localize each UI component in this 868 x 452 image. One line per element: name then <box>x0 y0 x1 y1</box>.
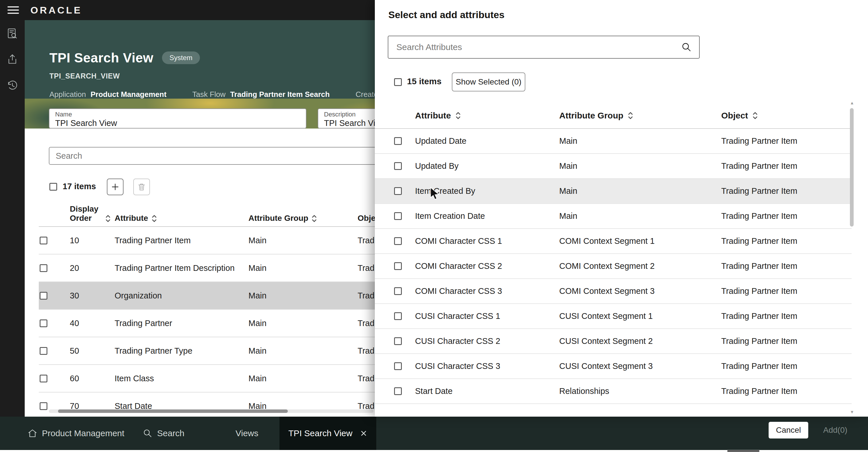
taskbar-item-label: Product Management <box>42 428 124 438</box>
cell-attribute-group: Main <box>248 374 358 383</box>
scroll-down-icon[interactable]: ▼ <box>850 410 854 414</box>
sort-icon[interactable] <box>311 214 317 223</box>
active-tab-tpi-search-view[interactable]: TPI Search View <box>279 417 376 450</box>
row-checkbox[interactable] <box>394 387 402 395</box>
cell-object: Trading Partner Item <box>721 286 847 296</box>
cell-attribute: Trading Partner Item Description <box>115 263 248 273</box>
hamburger-menu-icon[interactable] <box>7 5 19 15</box>
sort-icon[interactable] <box>627 111 633 120</box>
column-header-attribute[interactable]: Attribute <box>115 214 248 223</box>
sort-icon[interactable] <box>105 214 111 223</box>
cell-object: Trading Partner Item <box>721 236 847 246</box>
row-checkbox[interactable] <box>40 347 48 355</box>
row-checkbox[interactable] <box>40 292 48 300</box>
search-document-icon[interactable] <box>6 28 19 41</box>
horizontal-scrollbar[interactable] <box>49 409 373 413</box>
cell-attribute-group: Main <box>248 346 358 356</box>
row-checkbox[interactable] <box>394 337 402 345</box>
cell-object: Trading Partner Item <box>721 361 847 371</box>
vertical-scrollbar[interactable]: ▲ ▼ <box>849 101 855 414</box>
taskbar-item-views[interactable]: Views <box>236 417 258 450</box>
row-checkbox[interactable] <box>394 287 402 295</box>
panel-table-row[interactable]: Item Created By Main Trading Partner Ite… <box>375 179 851 204</box>
add-button[interactable]: Add(0) <box>823 422 847 439</box>
row-checkbox[interactable] <box>394 362 402 370</box>
search-icon[interactable] <box>681 42 692 52</box>
cell-display-order: 20 <box>67 263 115 273</box>
sort-icon[interactable] <box>455 111 461 120</box>
row-checkbox[interactable] <box>394 137 402 145</box>
header-meta-pair: Application Product Management <box>50 90 166 99</box>
panel-table-row[interactable]: CUSI Character CSS 3 CUSI Context Segmen… <box>375 354 851 379</box>
panel-column-header-object[interactable]: Object <box>721 111 847 120</box>
row-checkbox[interactable] <box>40 402 48 410</box>
export-icon[interactable] <box>6 54 19 67</box>
panel-select-all-checkbox[interactable] <box>394 78 402 86</box>
product-management-icon <box>28 428 37 438</box>
taskbar-item-search[interactable]: Search <box>143 417 184 450</box>
cell-attribute: COMI Character CSS 2 <box>415 261 559 271</box>
panel-table-row[interactable]: Updated By Main Trading Partner Item <box>375 154 851 179</box>
panel-table-row[interactable]: Start Date Relationships Trading Partner… <box>375 379 851 404</box>
cell-display-order: 40 <box>67 318 115 328</box>
column-header-attribute-group[interactable]: Attribute Group <box>248 214 358 223</box>
add-row-button[interactable] <box>107 178 124 195</box>
history-icon[interactable] <box>6 79 19 92</box>
cell-attribute: Start Date <box>415 387 559 396</box>
delete-row-button[interactable] <box>133 178 150 195</box>
application-window: ORACLE TPI Search View System TPI_SEARCH… <box>0 0 868 452</box>
panel-table-row[interactable]: COMI Character CSS 2 COMI Context Segmen… <box>375 254 851 279</box>
sort-icon[interactable] <box>752 111 758 120</box>
horizontal-scrollbar-thumb[interactable] <box>58 409 288 413</box>
panel-column-header-attribute-group[interactable]: Attribute Group <box>559 111 721 120</box>
name-field-label: Name <box>55 111 300 118</box>
home-indicator <box>727 450 760 452</box>
panel-table-row[interactable]: CUSI Character CSS 2 CUSI Context Segmen… <box>375 329 851 354</box>
cell-attribute: CUSI Character CSS 1 <box>415 311 559 321</box>
row-checkbox[interactable] <box>394 262 402 270</box>
cell-object: Trading Partner Item <box>721 161 847 171</box>
scroll-up-icon[interactable]: ▲ <box>850 101 854 105</box>
select-attributes-panel: Select and add attributes 15 items Show … <box>375 0 868 417</box>
sort-icon[interactable] <box>151 214 157 223</box>
row-checkbox[interactable] <box>40 319 48 327</box>
cell-attribute-group: Main <box>248 291 358 301</box>
mouse-cursor <box>429 187 441 201</box>
cancel-button[interactable]: Cancel <box>769 422 808 439</box>
column-header-display-order[interactable]: Display Order <box>70 204 115 223</box>
row-checkbox[interactable] <box>394 312 402 320</box>
active-tab-label: TPI Search View <box>288 428 352 438</box>
row-checkbox[interactable] <box>40 264 48 272</box>
panel-search-box <box>388 36 700 59</box>
cell-object: Trading Partner Item <box>721 336 847 346</box>
panel-table-row[interactable]: Item Creation Date Main Trading Partner … <box>375 204 851 229</box>
cell-attribute: Updated Date <box>415 136 559 146</box>
row-checkbox[interactable] <box>394 187 402 195</box>
row-checkbox[interactable] <box>394 237 402 245</box>
panel-table-row[interactable]: Updated Date Main Trading Partner Item <box>375 129 851 154</box>
search-icon <box>143 428 153 438</box>
cell-attribute-group: Main <box>559 211 721 221</box>
close-icon[interactable] <box>360 430 367 437</box>
panel-table-body: Updated Date Main Trading Partner Item U… <box>375 129 851 404</box>
row-checkbox[interactable] <box>394 212 402 220</box>
panel-search-input[interactable] <box>396 42 681 52</box>
header-meta: Application Product Management Task Flow… <box>50 90 422 99</box>
cell-attribute-group: Relationships <box>559 387 721 396</box>
row-checkbox[interactable] <box>40 237 48 245</box>
cell-attribute: Trading Partner Type <box>115 346 248 356</box>
vertical-scrollbar-thumb[interactable] <box>850 108 854 227</box>
row-checkbox[interactable] <box>394 162 402 170</box>
taskbar-item-product-management[interactable]: Product Management <box>28 417 124 450</box>
panel-table-row[interactable]: CUSI Character CSS 1 CUSI Context Segmen… <box>375 304 851 329</box>
show-selected-button[interactable]: Show Selected (0) <box>452 73 525 91</box>
row-checkbox[interactable] <box>40 375 48 383</box>
cell-attribute-group: COMI Context Segment 1 <box>559 236 721 246</box>
select-all-checkbox[interactable] <box>50 183 57 191</box>
name-field[interactable]: Name TPI Search View <box>49 108 307 129</box>
panel-table-row[interactable]: COMI Character CSS 1 COMI Context Segmen… <box>375 229 851 254</box>
items-count-label: 17 items <box>63 182 96 191</box>
cell-attribute-group: CUSI Context Segment 1 <box>559 311 721 321</box>
panel-table-row[interactable]: COMI Character CSS 3 COMI Context Segmen… <box>375 279 851 304</box>
panel-column-header-attribute[interactable]: Attribute <box>415 111 559 120</box>
